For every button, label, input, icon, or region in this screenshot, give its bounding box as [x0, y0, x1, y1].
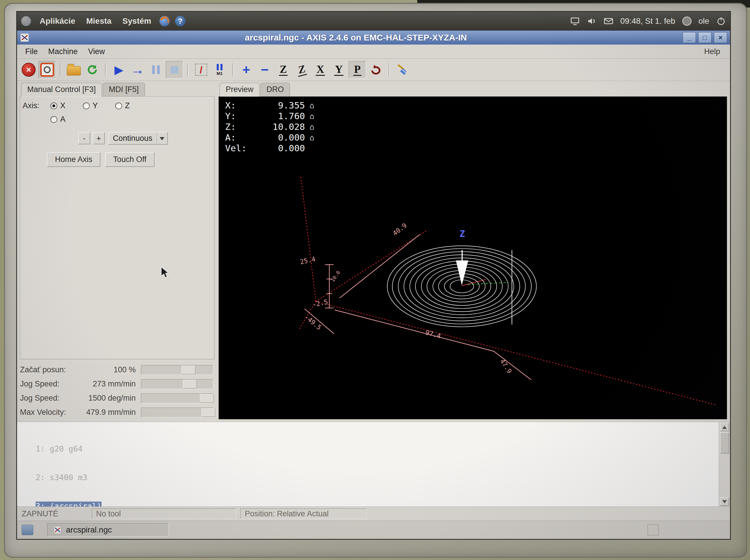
radio-x-icon	[50, 102, 57, 109]
stop-button[interactable]	[166, 61, 183, 78]
estop-button[interactable]: ×	[20, 61, 37, 78]
slider-handle[interactable]	[183, 380, 197, 388]
view-top-z-button[interactable]: Z	[275, 61, 292, 78]
override-sliders: Začať posun: 100 % Jog Speed: 273 mm/min	[20, 363, 214, 419]
minimize-button[interactable]: _	[683, 32, 696, 43]
dro-y-value: 1.760	[255, 111, 305, 121]
menu-view[interactable]: View	[83, 45, 110, 58]
machine-power-button[interactable]	[39, 61, 56, 78]
slider-handle[interactable]	[200, 394, 214, 403]
axis-label: Axis:	[23, 101, 50, 110]
shutdown-icon[interactable]	[716, 16, 726, 26]
jog-minus-button[interactable]: -	[78, 132, 90, 144]
panel-clock[interactable]: 09:48, St 1. feb	[620, 17, 675, 26]
menu-file[interactable]: File	[20, 45, 43, 58]
preview-tabs: Preview DRO	[218, 83, 727, 96]
jog-speed-slider[interactable]	[141, 379, 213, 389]
user-status-icon[interactable]	[682, 17, 692, 26]
touch-off-button[interactable]: Touch Off	[105, 152, 155, 167]
angular-jog-speed-slider[interactable]	[141, 393, 213, 403]
slider-handle[interactable]	[201, 408, 215, 417]
max-velocity-slider[interactable]	[141, 407, 213, 417]
axis-radio-x[interactable]: X	[50, 101, 83, 110]
view-p-icon: P	[353, 64, 362, 76]
pause-button[interactable]	[147, 61, 165, 78]
axis-radio-y[interactable]: Y	[83, 101, 115, 110]
taskbar-window-label: arcspiral.ngc	[66, 525, 112, 535]
zoom-out-button[interactable]: −	[256, 61, 273, 78]
tab-dro[interactable]: DRO	[260, 83, 290, 96]
panel-menu-places[interactable]: Miesta	[82, 15, 116, 27]
toolbar-separator	[232, 63, 234, 76]
open-file-button[interactable]	[65, 61, 82, 78]
play-icon: ▶	[115, 64, 123, 76]
gnome-panel: Aplikácie Miesta Systém ?	[17, 12, 730, 31]
optional-stop-label: M1	[217, 71, 223, 76]
angular-jog-speed-value: 1500 deg/min	[83, 394, 141, 403]
toolbar-separator	[389, 63, 390, 76]
clear-plot-button[interactable]	[394, 61, 411, 78]
position-mode-status: Position: Relative Actual	[240, 508, 367, 519]
tab-preview[interactable]: Preview	[220, 83, 259, 97]
skip-lines-toggle[interactable]: /	[193, 61, 210, 78]
view-perspective-button[interactable]: P	[349, 61, 366, 78]
show-desktop-icon[interactable]	[22, 525, 33, 535]
scroll-down-icon[interactable]	[720, 497, 729, 506]
step-arrow-icon: →	[131, 63, 144, 76]
view-side-y-button[interactable]: Y	[330, 61, 348, 78]
max-velocity-value: 479.9 mm/min	[83, 408, 141, 417]
tray-icon[interactable]	[647, 524, 659, 536]
run-program-button[interactable]: ▶	[110, 61, 127, 78]
rotate-view-button[interactable]	[367, 61, 384, 78]
slider-handle[interactable]	[181, 366, 195, 374]
panel-menu-system[interactable]: Systém	[118, 15, 156, 27]
view-x-icon: X	[316, 64, 325, 76]
menu-help[interactable]: Help	[697, 47, 727, 56]
volume-icon[interactable]	[587, 16, 597, 26]
dro-vel-label: Vel:	[225, 143, 255, 154]
distro-logo-icon[interactable]	[21, 16, 31, 26]
user-menu[interactable]: ole	[698, 17, 709, 26]
optional-stop-toggle[interactable]: M1	[211, 61, 228, 78]
tab-mdi[interactable]: MDI [F5]	[103, 83, 145, 96]
firefox-launcher-icon[interactable]	[159, 16, 170, 26]
jog-plus-button[interactable]: +	[93, 132, 105, 144]
axis-radio-a[interactable]: A	[50, 115, 83, 124]
toolbar-separator	[105, 63, 106, 76]
status-bar: ZAPNUTÉ No tool Position: Relative Actua…	[17, 506, 730, 521]
taskbar-window-button[interactable]: arcspiral.ngc	[47, 523, 169, 537]
dro-z-value: 10.028	[255, 121, 305, 132]
toolbar-separator	[60, 63, 61, 76]
close-button[interactable]: ×	[714, 32, 727, 43]
axis-radio-z[interactable]: Z	[115, 101, 147, 110]
zoom-in-button[interactable]: +	[238, 61, 255, 78]
pause-icon	[152, 65, 160, 74]
view-rotated-z-button[interactable]: Z	[293, 61, 311, 78]
step-button[interactable]: →	[129, 61, 146, 78]
axis-z-label: Z	[125, 101, 130, 110]
jog-mode-dropdown[interactable]: Continuous	[108, 132, 168, 145]
gcode-lines: 1: g20 g64 2: s3400 m3 3: (arcspiral) 4:…	[17, 422, 719, 506]
dim-y-extent: 47.9	[498, 358, 513, 375]
gcode-scrollbar[interactable]	[719, 422, 730, 506]
view-side-x-button[interactable]: X	[312, 61, 329, 78]
preview-canvas[interactable]: X:9.355⌂ Y:1.760⌂ Z:10.028⌂ A:0.000⌂ Vel…	[218, 96, 727, 419]
home-axis-button[interactable]: Home Axis	[47, 152, 100, 167]
scroll-up-icon[interactable]	[720, 423, 729, 431]
tab-manual-control[interactable]: Manual Control [F3]	[21, 83, 102, 97]
menu-machine[interactable]: Machine	[43, 45, 83, 58]
dro-y-label: Y:	[225, 111, 255, 121]
help-launcher-icon[interactable]: ?	[175, 16, 185, 26]
gcode-listing[interactable]: 1: g20 g64 2: s3400 m3 3: (arcspiral) 4:…	[17, 422, 730, 506]
maximize-button[interactable]: □	[698, 32, 711, 43]
gcode-line: 2: s3400 m3	[36, 473, 719, 482]
panel-menu-applications[interactable]: Aplikácie	[35, 15, 80, 27]
axis-y-label: Y	[93, 101, 98, 110]
scroll-thumb[interactable]	[720, 432, 729, 454]
display-settings-icon[interactable]	[570, 16, 580, 26]
mail-icon[interactable]	[604, 16, 613, 26]
reload-file-button[interactable]	[84, 61, 101, 78]
window-titlebar[interactable]: arcspiral.ngc - AXIS 2.4.6 on EMC-HAL-ST…	[17, 31, 730, 44]
feed-override-slider[interactable]	[141, 365, 213, 375]
menubar: File Machine View Help	[17, 44, 730, 59]
